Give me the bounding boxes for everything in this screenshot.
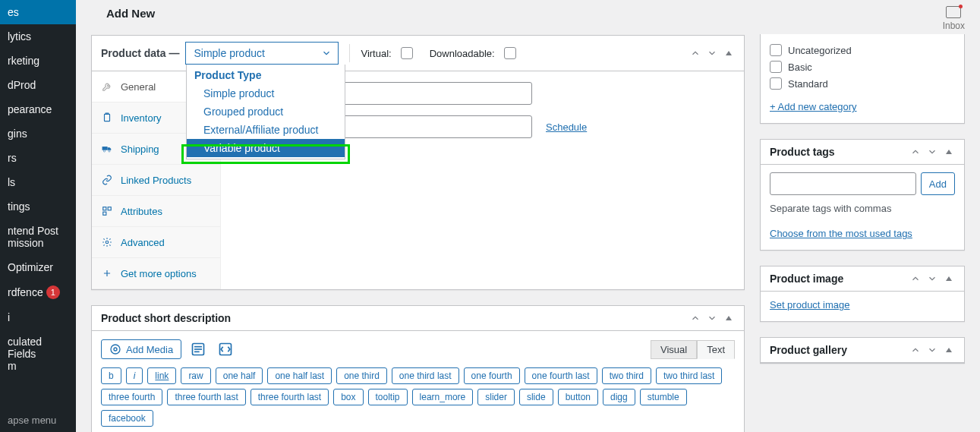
inbox-button[interactable]: Inbox: [943, 6, 965, 31]
sidebar-item[interactable]: rs: [0, 146, 76, 170]
tab-linked[interactable]: Linked Products: [92, 165, 220, 196]
dropdown-option-grouped[interactable]: Grouped product: [187, 102, 345, 121]
sidebar-item[interactable]: pearance: [0, 97, 76, 121]
toggle-triangle-icon[interactable]: [723, 47, 735, 59]
link-icon: [101, 174, 113, 186]
tab-advanced[interactable]: Advanced: [92, 227, 220, 258]
toggle-triangle-icon[interactable]: [943, 273, 955, 285]
qt-onehalf[interactable]: one half: [216, 367, 263, 384]
qt-learnmore[interactable]: learn_more: [412, 389, 474, 405]
sidebar-item[interactable]: ntend Post mission: [0, 219, 76, 255]
chevron-up-icon[interactable]: [689, 47, 701, 59]
sidebar-item[interactable]: ls: [0, 170, 76, 194]
qt-raw[interactable]: raw: [181, 367, 210, 384]
virtual-checkbox[interactable]: [401, 47, 413, 59]
chevron-down-icon[interactable]: [926, 344, 938, 356]
qt-onefourth[interactable]: one fourth: [464, 367, 520, 384]
sidebar-item[interactable]: i: [0, 305, 76, 330]
qt-facebook[interactable]: facebook: [101, 410, 153, 427]
qt-stumble[interactable]: stumble: [640, 389, 687, 405]
shortcode-icon-button[interactable]: [215, 339, 236, 360]
downloadable-label: Downloadable:: [430, 48, 495, 59]
schedule-link[interactable]: Schedule: [546, 121, 587, 133]
sidebar-item[interactable]: gins: [0, 121, 76, 146]
cat-check-standard[interactable]: [770, 77, 782, 90]
sidebar-item[interactable]: lytics: [0, 24, 76, 49]
add-new-category-link[interactable]: + Add new category: [770, 101, 857, 112]
tab-attributes[interactable]: Attributes: [92, 196, 220, 227]
qt-button[interactable]: button: [558, 389, 598, 405]
svg-point-10: [111, 345, 120, 354]
qt-digg[interactable]: digg: [603, 389, 635, 405]
toggle-triangle-icon[interactable]: [723, 312, 735, 324]
tag-input[interactable]: [770, 172, 916, 195]
qt-box[interactable]: box: [333, 389, 363, 405]
svg-point-3: [103, 150, 105, 152]
tag-help-text: Separate tags with commas: [770, 203, 955, 214]
toggle-triangle-icon[interactable]: [943, 146, 955, 158]
dropdown-option-external[interactable]: External/Affiliate product: [187, 121, 345, 139]
chevron-up-icon[interactable]: [909, 146, 922, 158]
qt-onefourthlast[interactable]: one fourth last: [525, 367, 597, 384]
add-tag-button[interactable]: Add: [921, 172, 955, 195]
chevron-down-icon[interactable]: [706, 312, 718, 324]
visual-tab[interactable]: Visual: [651, 340, 697, 359]
sidebar-item[interactable]: culated Fields m: [0, 330, 76, 378]
toggle-triangle-icon[interactable]: [943, 344, 955, 356]
main-content: Add New Inbox Product data — Simple prod…: [76, 0, 980, 432]
choose-tags-link[interactable]: Choose from the most used tags: [770, 228, 912, 239]
dropdown-group-label: Product Type: [187, 65, 345, 84]
admin-sidebar: es lytics rketing dProd pearance gins rs…: [0, 0, 76, 432]
qt-b[interactable]: b: [101, 367, 121, 384]
chevron-up-icon[interactable]: [689, 312, 701, 324]
qt-link[interactable]: link: [147, 367, 176, 384]
qt-onethirdlast[interactable]: one third last: [392, 367, 459, 384]
tab-more-options[interactable]: Get more options: [92, 258, 220, 289]
qt-threefourthlast[interactable]: three fourth last: [167, 389, 245, 405]
dropdown-option-variable[interactable]: Variable product: [187, 139, 345, 157]
sidebar-item[interactable]: rdfence1: [0, 279, 76, 305]
cat-check-basic[interactable]: [770, 61, 782, 73]
qt-tooltip[interactable]: tooltip: [368, 389, 408, 405]
svg-marker-19: [946, 348, 952, 352]
sidebar-item[interactable]: dProd: [0, 73, 76, 97]
chevron-up-icon[interactable]: [909, 273, 922, 285]
set-product-image-link[interactable]: Set product image: [770, 299, 850, 311]
add-media-button[interactable]: Add Media: [101, 339, 181, 359]
svg-rect-7: [103, 212, 106, 215]
collapse-menu[interactable]: apse menu: [0, 408, 76, 432]
inbox-label: Inbox: [943, 20, 965, 31]
chevron-down-icon[interactable]: [926, 146, 938, 158]
sidebar-item[interactable]: es: [0, 0, 76, 24]
truck-icon: [101, 143, 113, 155]
qt-slide[interactable]: slide: [519, 389, 553, 405]
cat-check-uncategorized[interactable]: [770, 44, 782, 56]
chevron-down-icon[interactable]: [706, 47, 718, 59]
qt-twothirdlast[interactable]: two third last: [656, 367, 722, 384]
svg-marker-9: [726, 316, 732, 320]
qt-twothird[interactable]: two third: [602, 367, 651, 384]
qt-i[interactable]: i: [126, 367, 143, 384]
downloadable-checkbox[interactable]: [504, 47, 516, 59]
wpforms-icon-button[interactable]: [187, 339, 209, 360]
qt-threefourthlast2[interactable]: three fourth last: [251, 389, 329, 405]
text-tab[interactable]: Text: [697, 340, 735, 359]
product-tags-panel: Product tags Add Separate tags with comm…: [760, 139, 965, 251]
dropdown-option-simple[interactable]: Simple product: [187, 84, 345, 102]
qt-slider[interactable]: slider: [477, 389, 515, 405]
product-type-select[interactable]: Simple product: [185, 42, 339, 65]
qt-threefourth[interactable]: three fourth: [101, 389, 162, 405]
qt-onethird[interactable]: one third: [336, 367, 387, 384]
chevron-up-icon[interactable]: [909, 344, 922, 356]
sidebar-item[interactable]: Optimizer: [0, 255, 76, 279]
svg-rect-15: [194, 352, 200, 353]
categories-panel: Uncategorized Basic Standard + Add new c…: [760, 34, 965, 124]
sidebar-item[interactable]: tings: [0, 194, 76, 219]
qt-onehalflast[interactable]: one half last: [267, 367, 332, 384]
sidebar-item[interactable]: rketing: [0, 49, 76, 73]
clipboard-icon: [101, 112, 113, 124]
svg-marker-17: [946, 150, 952, 154]
svg-rect-6: [108, 207, 111, 210]
badge-count: 1: [46, 285, 60, 299]
chevron-down-icon[interactable]: [926, 273, 938, 285]
